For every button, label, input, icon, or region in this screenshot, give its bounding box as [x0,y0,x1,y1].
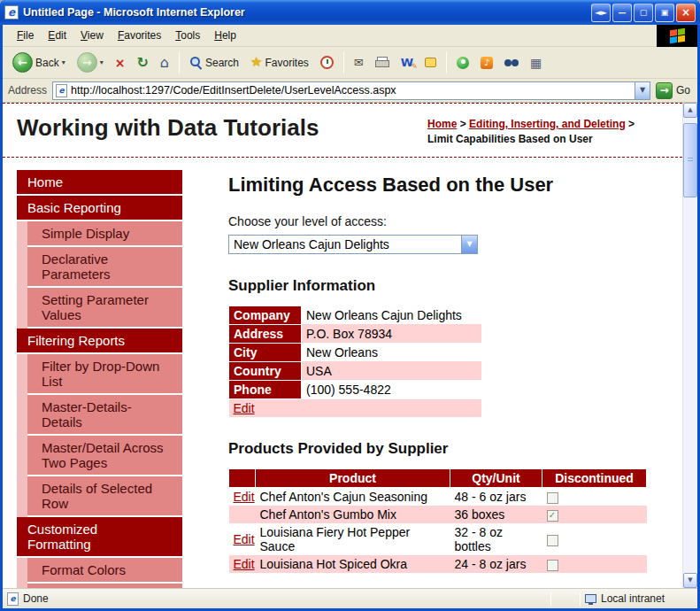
standard-toolbar: ← Back ▾ → ▾ × ↻ ⌂ Search ★ [3,47,697,79]
refresh-icon: ↻ [136,56,148,70]
sidebar-item-filtering-reports[interactable]: Filtering Reports [17,329,182,354]
printer-icon [375,57,389,69]
sidebar-item-master-detail-across-two-pages[interactable]: Master/Detail Across Two Pages [27,436,182,476]
qty-cell: 24 - 8 oz jars [450,555,542,573]
chevron-down-icon: ▾ [100,59,104,66]
supplier-field-label: Address [229,324,302,343]
discontinued-checkbox[interactable] [547,560,558,571]
breadcrumb-section-link[interactable]: Editing, Inserting, and Deleting [469,118,626,130]
table-row: Company New Orleans Cajun Delights [229,306,482,324]
media-button[interactable]: ♪ [476,54,497,72]
product-edit-link[interactable]: Edit [234,557,255,571]
menu-tools[interactable]: Tools [168,26,207,45]
supplier-heading: Supplier Information [228,277,668,295]
sidebar-item-format-colors[interactable]: Format Colors [27,558,182,584]
address-input[interactable] [71,83,631,98]
address-dropdown-button[interactable]: ▼ [635,82,650,99]
products-heading: Products Provided by Supplier [228,440,668,458]
sidebar-item-setting-parameter-values[interactable]: Setting Parameter Values [27,288,182,329]
maximize-button[interactable]: ▢ [634,4,653,22]
search-button[interactable]: Search [185,53,243,72]
sidebar-item-simple-display[interactable]: Simple Display [27,221,182,247]
product-edit-link[interactable]: Edit [234,532,255,546]
supplier-edit-link[interactable]: Edit [234,401,255,415]
forward-button[interactable]: → ▾ [73,50,108,75]
menu-help[interactable]: Help [207,26,243,45]
history-button[interactable] [316,53,338,72]
status-left: e Done [7,592,546,606]
supplier-field-value: P.O. Box 78934 [302,324,482,343]
address-label: Address [8,84,47,97]
refresh-button[interactable]: ↻ [132,53,152,73]
discuss-button[interactable] [420,55,441,70]
discontinued-checkbox[interactable] [547,535,558,546]
page-header: Working with Data Tutorials Home > Editi… [3,104,682,158]
supplier-field-label: Phone [229,380,302,398]
favorites-button[interactable]: ★ Favorites [246,53,313,72]
sidebar-item-master-details-details[interactable]: Master-Details-Details [27,395,182,436]
discuss-icon [425,58,436,67]
sidebar-item-home[interactable]: Home [17,170,182,196]
title-bar[interactable]: e Untitled Page - Microsoft Internet Exp… [0,0,700,25]
edit-cell [229,506,256,523]
edit-with-word-button[interactable]: W [396,54,418,71]
tiles-button[interactable]: ▦ [526,54,546,72]
menu-favorites[interactable]: Favorites [111,26,168,45]
sidebar-item-declarative-parameters[interactable]: Declarative Parameters [27,247,182,288]
sidebar-nav: Home Basic Reporting Simple Display Decl… [17,170,182,588]
discontinued-checkbox[interactable] [547,492,558,504]
minimize-button[interactable]: — [612,4,632,22]
research-button[interactable] [500,56,523,70]
sidebar-item-details-of-selected-row[interactable]: Details of Selected Row [27,476,182,517]
discontinued-cell: ✓ [542,506,647,523]
binoculars-icon [504,58,519,67]
messenger-button[interactable] [452,54,473,72]
grid-icon: ▦ [530,57,542,69]
window-controls: ◄► — ▢ ▣ × [591,4,696,22]
table-row: Chef Anton's Gumbo Mix 36 boxes ✓ [229,506,647,523]
sidebar-item-customized-formatting[interactable]: Customized Formatting [17,517,182,558]
mail-button[interactable]: ✉ [350,54,368,71]
supplier-field-value: New Orleans Cajun Delights [302,306,482,324]
menu-file[interactable]: File [10,26,41,45]
page-icon: e [7,592,19,606]
restore-button[interactable]: ▣ [655,4,674,22]
print-button[interactable] [371,54,394,72]
sidebar-item-basic-reporting[interactable]: Basic Reporting [17,196,182,221]
main-content: Limiting Access Based on the User Choose… [182,170,682,588]
nav-arrows-button[interactable]: ◄► [591,4,611,22]
table-row: Country USA [229,361,482,380]
search-icon [189,56,203,69]
vertical-scrollbar[interactable]: ▲ ▼ [682,103,697,588]
supplier-field-value: New Orleans [302,343,482,361]
close-button[interactable]: × [676,4,696,22]
breadcrumb-home-link[interactable]: Home [427,118,457,130]
menu-edit[interactable]: Edit [41,26,73,45]
scrollbar-track[interactable] [683,118,697,573]
discontinued-checkbox[interactable]: ✓ [547,510,558,522]
dropdown-selected-value: New Orleans Cajun Delights [229,237,461,251]
go-button[interactable]: → Go [656,82,692,99]
menu-view[interactable]: View [73,26,111,45]
discontinued-cell [542,555,647,573]
sidebar-item-filter-by-dropdown-list[interactable]: Filter by Drop-Down List [27,354,182,395]
status-text: Done [23,592,49,605]
discontinued-cell [542,523,647,555]
scrollbar-thumb[interactable] [683,123,697,197]
table-row: Edit Louisiana Fiery Hot Pepper Sauce 32… [229,523,647,555]
scroll-up-button[interactable]: ▲ [683,103,697,118]
supplier-info-table: Company New Orleans Cajun Delights Addre… [228,306,481,417]
toolbar-separator [343,52,344,73]
scroll-down-button[interactable]: ▼ [683,573,697,588]
dropdown-arrow-button[interactable]: ▼ [461,236,477,253]
supplier-field-value: USA [302,361,482,380]
access-level-dropdown[interactable]: New Orleans Cajun Delights ▼ [228,235,478,254]
forward-icon: → [77,52,97,73]
stop-button[interactable]: × [111,54,130,72]
address-box[interactable]: e ▼ [52,81,650,100]
product-edit-link[interactable]: Edit [234,490,255,504]
status-zone: Local intranet [585,592,693,605]
home-button[interactable]: ⌂ [156,53,173,73]
back-label: Back [35,57,59,69]
back-button[interactable]: ← Back ▾ [8,50,70,75]
